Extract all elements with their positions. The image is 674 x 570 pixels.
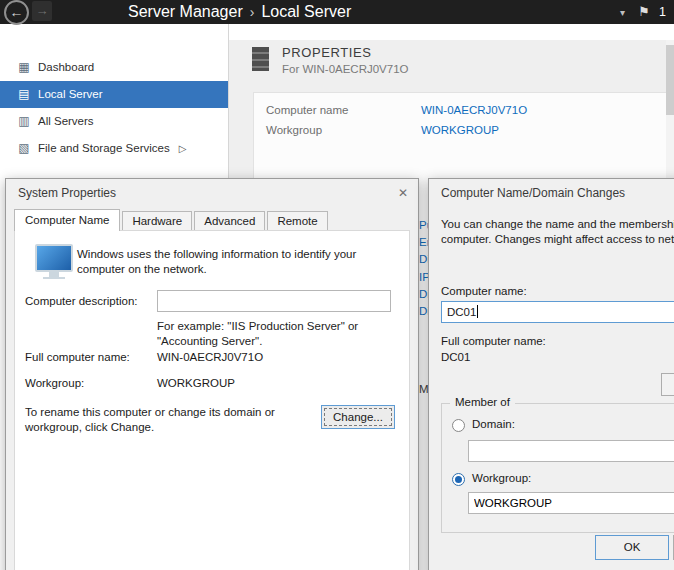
- breadcrumb: Server Manager›Local Server: [128, 0, 351, 24]
- workgroup-radio-label: Workgroup:: [472, 472, 531, 484]
- sidebar-item-label: Dashboard: [38, 54, 94, 81]
- sidebar-item-local-server[interactable]: ▤ Local Server: [0, 81, 228, 108]
- property-row: Computer name WIN-0AECRJ0V71O: [254, 100, 668, 120]
- breadcrumb-separator-icon: ›: [243, 4, 262, 20]
- computer-name-input[interactable]: DC01: [441, 301, 674, 323]
- dialog-title: Computer Name/Domain Changes: [441, 186, 625, 200]
- server-icon: [252, 47, 269, 71]
- property-row: Workgroup WORKGROUP: [254, 120, 668, 140]
- domain-radio-label: Domain:: [472, 418, 515, 430]
- sidebar-item-file-storage-services[interactable]: ▧ File and Storage Services▷: [0, 135, 228, 162]
- expand-chevron-icon: ▷: [179, 143, 187, 154]
- forward-button[interactable]: →: [32, 1, 52, 21]
- computer-name-input-value: DC01: [447, 306, 476, 318]
- computer-name-domain-changes-dialog: Computer Name/Domain Changes You can cha…: [428, 178, 674, 570]
- full-computer-name-label: Full computer name:: [25, 351, 130, 363]
- property-label: Computer name: [266, 100, 348, 120]
- server-manager-window: ← → Server Manager›Local Server ▾ ⚑ 1 ▦ …: [0, 0, 674, 570]
- property-value-link[interactable]: WORKGROUP: [421, 120, 499, 140]
- full-computer-name-value: WIN-0AECRJ0V71O: [157, 351, 263, 363]
- tab-advanced[interactable]: Advanced: [194, 211, 265, 230]
- text-cursor: [477, 305, 478, 318]
- full-computer-name-label: Full computer name:: [441, 335, 546, 347]
- intro-line-1: You can change the name and the membersh…: [441, 217, 674, 232]
- sidebar-item-label: All Servers: [38, 108, 94, 135]
- workgroup-radio[interactable]: [452, 473, 465, 486]
- notification-count: 1: [659, 5, 666, 19]
- properties-subheading: For WIN-0AECRJ0V71O: [282, 63, 409, 75]
- ok-button[interactable]: OK: [595, 535, 669, 560]
- system-properties-tabs: Computer Name Hardware Advanced Remote: [14, 209, 330, 230]
- properties-rows: Computer name WIN-0AECRJ0V71O Workgroup …: [254, 100, 668, 140]
- chevron-down-icon[interactable]: ▾: [620, 7, 625, 18]
- sidebar-item-label: File and Storage Services▷: [38, 135, 186, 162]
- sidebar-item-all-servers[interactable]: ▥ All Servers: [0, 108, 228, 135]
- property-label: Workgroup: [266, 120, 322, 140]
- system-properties-dialog: System Properties ✕ Computer Name Hardwa…: [5, 178, 419, 570]
- computer-description-input[interactable]: [157, 290, 391, 312]
- file-storage-icon: ▧: [14, 135, 34, 162]
- intro-text: You can change the name and the membersh…: [441, 217, 674, 247]
- member-of-label: Member of: [450, 396, 515, 408]
- change-button[interactable]: Change...: [321, 405, 395, 429]
- tab-remote[interactable]: Remote: [267, 211, 327, 230]
- workgroup-input[interactable]: [468, 492, 674, 514]
- forward-arrow-icon: →: [36, 3, 49, 18]
- all-servers-icon: ▥: [14, 108, 34, 135]
- close-icon[interactable]: ✕: [394, 184, 412, 202]
- computer-name-tab-page: Windows uses the following information t…: [14, 230, 410, 570]
- intro-line-2: computer. Changes might affect access to…: [441, 232, 674, 247]
- notification-flag-icon[interactable]: ⚑: [638, 4, 650, 19]
- property-value-link[interactable]: WIN-0AECRJ0V71O: [421, 100, 527, 120]
- computer-name-label: Computer name:: [441, 285, 527, 297]
- titlebar: ← → Server Manager›Local Server ▾ ⚑ 1: [0, 0, 674, 24]
- full-computer-name-value: DC01: [441, 351, 470, 363]
- rename-instruction-text: To rename this computer or change its do…: [25, 405, 287, 435]
- tab-hardware[interactable]: Hardware: [122, 211, 192, 230]
- workgroup-value: WORKGROUP: [157, 377, 235, 389]
- titlebar-right-cluster: ▾ ⚑ 1: [620, 0, 666, 24]
- properties-heading: PROPERTIES: [282, 45, 372, 60]
- back-button[interactable]: ←: [4, 0, 29, 25]
- dashboard-icon: ▦: [14, 54, 34, 81]
- tab-computer-name[interactable]: Computer Name: [14, 209, 120, 231]
- description-example-text: For example: "IIS Production Server" or …: [157, 319, 373, 349]
- back-arrow-icon: ←: [10, 4, 24, 20]
- sidebar-item-label: Local Server: [38, 81, 103, 108]
- computer-description-label: Computer description:: [25, 295, 138, 307]
- sidebar-nav: ▦ Dashboard ▤ Local Server ▥ All Servers…: [0, 54, 228, 162]
- domain-input[interactable]: [468, 440, 674, 462]
- domain-radio[interactable]: [452, 419, 465, 432]
- member-of-group: Member of Domain: Workgroup:: [441, 403, 674, 533]
- intro-text: Windows uses the following information t…: [77, 247, 399, 277]
- breadcrumb-section[interactable]: Local Server: [261, 3, 351, 20]
- app-title: Server Manager: [128, 3, 243, 20]
- dialog-title: System Properties: [18, 186, 116, 200]
- sidebar-item-dashboard[interactable]: ▦ Dashboard: [0, 54, 228, 81]
- local-server-icon: ▤: [14, 81, 34, 108]
- more-button-clipped[interactable]: [661, 373, 674, 396]
- scrollbar-thumb[interactable]: [666, 45, 674, 115]
- workgroup-label: Workgroup:: [25, 377, 84, 389]
- computer-monitor-icon: [35, 244, 73, 272]
